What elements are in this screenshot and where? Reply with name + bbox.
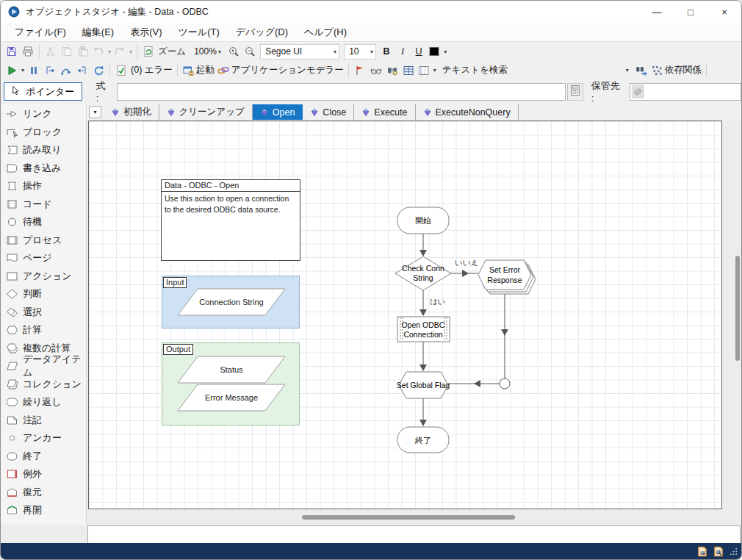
redo-button[interactable]: ▾ — [112, 43, 134, 60]
palette-item-exception[interactable]: 例外 — [1, 465, 86, 484]
palette-item-calc[interactable]: 計算 — [1, 321, 86, 340]
tab-クリーンアップ[interactable]: クリーンアップ — [159, 104, 253, 120]
vertical-scrollbar-thumb[interactable] — [735, 256, 740, 361]
menu-item-0[interactable]: ファイル(F) — [7, 24, 74, 40]
tab-executenonquery[interactable]: ExecuteNonQuery — [416, 104, 519, 120]
palette-item-note[interactable]: 注記 — [1, 412, 86, 430]
note-stage[interactable]: Data - ODBC - Open Use this action to op… — [161, 179, 300, 261]
tab-list-dropdown[interactable]: ▾ — [89, 106, 101, 118]
resize-grip[interactable] — [729, 547, 738, 556]
text-search-combo[interactable]: テキストを検索▾ — [439, 62, 632, 78]
expression-editor-button[interactable] — [567, 83, 583, 101]
refresh-button[interactable] — [140, 43, 156, 60]
palette-item-label: ページ — [23, 251, 52, 265]
launch-button[interactable]: 起動 — [181, 62, 216, 79]
validate-button[interactable] — [113, 62, 129, 79]
palette-item-decision[interactable]: 判断 — [1, 285, 86, 304]
breakpoint-button[interactable] — [352, 62, 368, 79]
store-in-input[interactable] — [647, 86, 741, 98]
palette-item-read[interactable]: 読み取り — [1, 141, 86, 159]
anchor-stage[interactable] — [500, 378, 510, 389]
input-block[interactable]: Input Connection String — [162, 276, 300, 329]
horizontal-scrollbar-thumb[interactable] — [302, 515, 515, 520]
dependencies-button[interactable]: 依存関係 — [649, 62, 703, 79]
paste-button[interactable] — [75, 43, 91, 60]
step-into-button[interactable] — [42, 62, 58, 79]
palette-item-code[interactable]: コード — [1, 195, 86, 214]
cut-button[interactable] — [43, 43, 59, 60]
menu-item-2[interactable]: 表示(V) — [122, 24, 170, 40]
tab-open[interactable]: Open — [253, 104, 303, 120]
dependencies-button-text: 依存関係 — [665, 64, 702, 76]
debug-toolbar: ▾(0) エラー起動アプリケーションモデラー▾テキストを検索▾依存関係 — [1, 61, 741, 79]
expression-label: 式 : — [96, 79, 111, 104]
find-next-button[interactable] — [633, 62, 649, 79]
watch-button[interactable] — [368, 62, 384, 79]
palette-item-loop[interactable]: 繰り返し — [1, 393, 86, 412]
palette-item-action[interactable]: アクション — [1, 268, 86, 286]
note-stage-icon — [6, 415, 18, 426]
output-block[interactable]: Output Status Error Message — [162, 342, 300, 426]
save-button[interactable] — [4, 43, 20, 60]
object-studio-window: オブジェクトスタジオ - 編集 - Data - ODBC — □ × ファイル… — [0, 0, 742, 560]
expression-input[interactable] — [117, 83, 566, 101]
zoom-out-button[interactable] — [242, 43, 258, 60]
undo-button[interactable]: ▾ — [91, 43, 112, 60]
menu-item-5[interactable]: ヘルプ(H) — [296, 24, 355, 40]
palette-item-choice[interactable]: 選択 — [1, 304, 86, 322]
tab-close[interactable]: Close — [303, 104, 354, 120]
palette-item-recover[interactable]: 復元 — [1, 484, 86, 502]
data-item-connection-string[interactable]: Connection String — [177, 288, 286, 316]
print-button[interactable] — [20, 43, 36, 60]
store-in-field[interactable] — [630, 83, 741, 101]
palette-item-resume[interactable]: 再開 — [1, 501, 86, 520]
document-report-icon[interactable] — [696, 546, 707, 557]
data-item-error-message[interactable]: Error Message — [177, 384, 286, 412]
font-color-button[interactable]: ▾ — [427, 43, 448, 60]
palette-item-link[interactable]: リンク — [1, 105, 86, 123]
snap-button[interactable]: ▾ — [417, 62, 438, 79]
close-button[interactable]: × — [707, 1, 741, 23]
copy-button[interactable] — [59, 43, 75, 60]
palette-item-anchor[interactable]: アンカー — [1, 429, 86, 448]
errors-button[interactable]: (0) エラー — [129, 62, 174, 79]
maximize-button[interactable]: □ — [674, 1, 707, 23]
search-button[interactable] — [384, 62, 400, 79]
copy-icon — [61, 46, 73, 57]
zoomout-icon — [244, 46, 256, 57]
pause-button[interactable] — [26, 62, 42, 79]
palette-item-process[interactable]: プロセス — [1, 231, 86, 250]
menu-item-1[interactable]: 編集(E) — [74, 24, 122, 40]
menu-item-3[interactable]: ツール(T) — [170, 24, 228, 40]
grid-button[interactable] — [400, 62, 417, 79]
minimize-button[interactable]: — — [640, 1, 674, 23]
underline-button[interactable]: U — [411, 43, 427, 60]
palette-item-dataitem[interactable]: データアイテム — [1, 357, 86, 376]
font-size-select[interactable]: 10▾ — [344, 44, 376, 60]
italic-button[interactable]: I — [395, 43, 411, 60]
palette-item-block[interactable]: ブロック — [1, 123, 86, 142]
chevron-down-icon: ▾ — [626, 67, 629, 73]
palette-item-end[interactable]: 終了 — [1, 448, 86, 466]
palette-item-wait[interactable]: 待機 — [1, 213, 86, 231]
palette-item-write[interactable]: 書き込み — [1, 159, 86, 178]
palette-item-collection[interactable]: コレクション — [1, 376, 86, 394]
app-modeller-button[interactable]: アプリケーションモデラー — [216, 62, 345, 79]
step-out-button[interactable] — [74, 62, 90, 79]
tab-初期化[interactable]: 初期化 — [104, 104, 159, 120]
flow-canvas[interactable]: 開始 Check Conn String Set Error Response … — [88, 121, 722, 509]
data-item-status[interactable]: Status — [177, 356, 286, 384]
palette-item-page[interactable]: ページ — [1, 249, 86, 268]
font-select[interactable]: Segoe UI▾ — [260, 44, 339, 60]
zoom-in-button[interactable] — [226, 43, 242, 60]
document-search-icon[interactable] — [713, 546, 724, 557]
pointer-tool-button[interactable]: ポインター — [4, 82, 82, 101]
run-button[interactable]: ▾ — [4, 62, 26, 79]
bold-button[interactable]: B — [378, 43, 395, 60]
reset-button[interactable] — [90, 62, 107, 79]
tab-execute[interactable]: Execute — [354, 104, 415, 120]
menu-item-4[interactable]: デバッグ(D) — [228, 24, 296, 40]
palette-item-navigate[interactable]: 操作 — [1, 177, 86, 195]
zoom-select[interactable]: 100%▾ — [190, 44, 223, 60]
step-over-button[interactable] — [58, 62, 74, 79]
